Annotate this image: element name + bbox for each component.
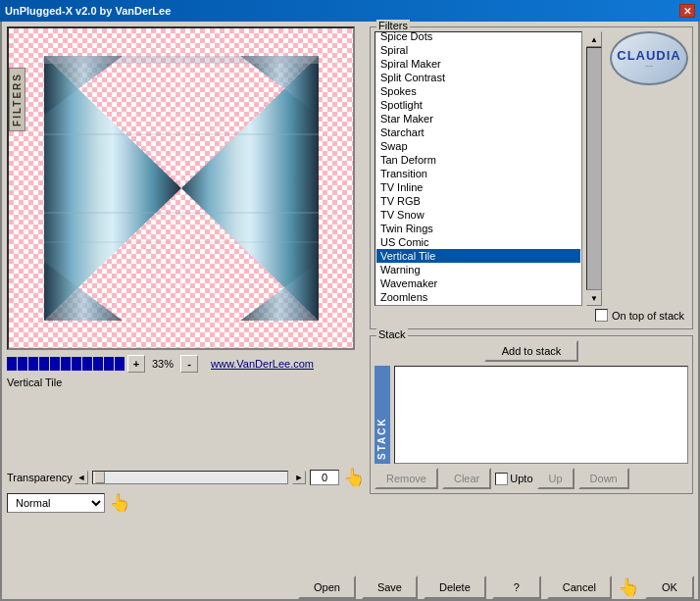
logo-subtitle: ~~ [645, 63, 653, 70]
zoom-percent: 33% [152, 358, 174, 370]
transparency-slider[interactable] [92, 471, 288, 484]
left-panel: FILTERS [7, 26, 365, 567]
filter-list-item[interactable]: Star Maker [376, 112, 580, 125]
main-window: FILTERS [0, 22, 700, 601]
on-top-of-stack-label: On top of stack [612, 310, 684, 322]
filter-list-item[interactable]: Twin Rings [376, 222, 580, 235]
filter-list-item[interactable]: TV Snow [376, 208, 580, 222]
filters-list[interactable]: SolarizeSpice DotsSpiralSpiral MakerSpli… [375, 31, 582, 306]
filter-list-item[interactable]: Transition [376, 167, 580, 180]
cancel-button[interactable]: Cancel [547, 576, 612, 599]
slider-thumb[interactable] [95, 472, 105, 483]
logo-text-main: CLAUDIA [617, 48, 681, 63]
filter-list-item[interactable]: TV RGB [376, 194, 580, 208]
logo: CLAUDIA ~~ [610, 31, 688, 85]
add-to-stack-row: Add to stack [375, 340, 688, 362]
scroll-down-button[interactable]: ▼ [586, 290, 602, 306]
help-button[interactable]: ? [492, 576, 541, 599]
filters-group: Filters SolarizeSpice DotsSpiralSpiral M… [370, 26, 693, 329]
filter-list-item[interactable]: Spotlight [376, 98, 580, 112]
ok-hand-icon: 👆 [618, 576, 639, 598]
on-top-of-stack-checkbox[interactable] [595, 309, 608, 322]
zoom-minus-button[interactable]: - [180, 355, 198, 373]
filter-list-item[interactable]: Spokes [376, 84, 580, 98]
blend-mode-select[interactable]: Normal Multiply Screen [7, 493, 105, 513]
filters-group-label: Filters [376, 20, 410, 31]
stack-group-label: Stack [376, 328, 408, 340]
filter-list-item[interactable]: Wavemaker [376, 276, 580, 290]
stack-label: STACK [375, 366, 390, 464]
filter-list-item[interactable]: Zoomlens [376, 290, 580, 304]
upto-checkbox[interactable] [495, 473, 508, 485]
filter-list-item[interactable]: Vertical Tile [376, 249, 580, 263]
top-section: FILTERS [2, 22, 698, 572]
filter-list-item[interactable]: Tan Deform [376, 153, 580, 167]
scroll-up-button[interactable]: ▲ [586, 31, 602, 47]
down-button[interactable]: Down [578, 468, 629, 489]
filter-list-item[interactable]: Warning [376, 263, 580, 276]
upto-label: Upto [510, 473, 532, 484]
stack-list[interactable] [394, 366, 688, 464]
clear-button[interactable]: Clear [442, 468, 491, 489]
delete-button[interactable]: Delete [424, 576, 486, 599]
transparency-increase-button[interactable]: ► [292, 471, 306, 484]
scroll-track[interactable] [586, 47, 602, 290]
upto-row: Upto [495, 468, 532, 489]
window-title: UnPlugged-X v2.0 by VanDerLee [5, 5, 171, 17]
filter-list-item[interactable]: Spiral [376, 43, 580, 57]
transparency-decrease-button[interactable]: ◄ [75, 471, 88, 484]
canvas-image [9, 28, 353, 348]
open-button[interactable]: Open [298, 576, 356, 599]
zoom-bar [7, 357, 125, 371]
filter-list-item[interactable]: Split Contrast [376, 71, 580, 84]
up-button[interactable]: Up [537, 468, 575, 489]
current-filter-label: Vertical Tile [7, 376, 365, 388]
scrollbar: ▲ ▼ [586, 31, 602, 306]
blend-hand-icon: 👆 [109, 492, 130, 514]
title-bar: UnPlugged-X v2.0 by VanDerLee ✕ [0, 0, 700, 22]
save-button[interactable]: Save [362, 576, 418, 599]
website-link[interactable]: www.VanDerLee.com [211, 358, 314, 370]
filter-list-item[interactable]: Spiral Maker [376, 57, 580, 71]
blend-mode-row: Normal Multiply Screen 👆 [7, 492, 365, 514]
remove-button[interactable]: Remove [375, 468, 438, 489]
stack-buttons-row: Remove Clear Upto Up Down [375, 468, 688, 489]
close-button[interactable]: ✕ [679, 4, 695, 18]
filter-list-item[interactable]: TV Inline [376, 180, 580, 194]
filter-list-item[interactable]: Swap [376, 139, 580, 153]
canvas-container: FILTERS [7, 26, 355, 350]
transparency-value[interactable]: 0 [310, 470, 339, 485]
stack-group: Stack Add to stack STACK Remove Clear Up… [370, 335, 693, 494]
right-panel: Filters SolarizeSpice DotsSpiralSpiral M… [370, 26, 693, 567]
ok-button[interactable]: OK [645, 576, 694, 599]
stack-content: STACK [375, 366, 688, 464]
zoom-controls: + 33% - www.VanDerLee.com [7, 355, 365, 373]
action-buttons-row: Open Save Delete ? Cancel 👆 OK [2, 576, 698, 599]
transparency-label: Transparency [7, 472, 71, 483]
filter-list-item[interactable]: US Comic [376, 235, 580, 249]
filters-list-wrapper: SolarizeSpice DotsSpiralSpiral MakerSpli… [375, 31, 688, 306]
canvas-svg [44, 56, 319, 321]
transparency-hand-icon: 👆 [343, 467, 365, 488]
zoom-plus-button[interactable]: + [127, 355, 145, 373]
on-top-of-stack-row: On top of stack [375, 306, 688, 325]
add-to-stack-button[interactable]: Add to stack [484, 340, 579, 362]
transparency-row: Transparency ◄ ► 0 👆 [7, 467, 365, 488]
filter-list-item[interactable]: Starchart [376, 125, 580, 139]
filter-list-item[interactable]: Spice Dots [376, 31, 580, 43]
